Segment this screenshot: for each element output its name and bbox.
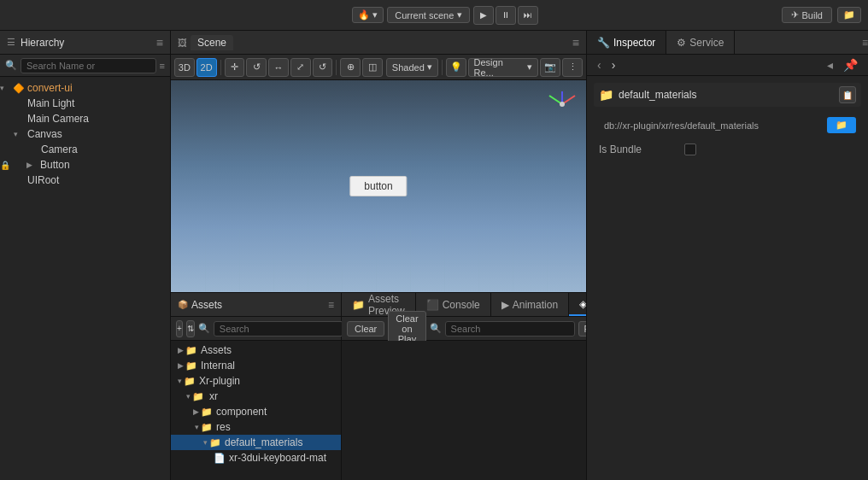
pause-button[interactable]: ⏸: [496, 6, 516, 25]
scene-tab-label: Scene: [197, 37, 226, 49]
folder-copy-btn[interactable]: 📋: [839, 86, 856, 103]
tree-item-button[interactable]: 🔒 ▶ Button: [0, 157, 170, 173]
tree-item-convert-ui[interactable]: ▾ 🔶 convert-ui: [0, 80, 170, 96]
tree-item-main-camera[interactable]: Main Camera: [0, 111, 170, 126]
shaded-label: Shaded: [392, 62, 425, 73]
tab-animation[interactable]: ▶ Animation: [491, 293, 569, 316]
asset-item-xr[interactable]: ▾ 📁 xr: [171, 389, 341, 404]
svg-rect-4: [171, 229, 586, 292]
rect-btn[interactable]: ⤢: [290, 58, 311, 77]
asset-item-assets[interactable]: ▶ 📁 Assets: [171, 342, 341, 358]
right-panel-menu[interactable]: ≡: [862, 37, 868, 49]
rotate-btn[interactable]: ↺: [246, 58, 267, 77]
scene-button-widget: button: [349, 176, 407, 196]
assets-toolbar: + ⇅ 🔍 ≡ ↻: [171, 317, 341, 341]
tree-item-camera[interactable]: Camera: [0, 142, 170, 157]
bottom-tabs-header: 📁 Assets Preview ⬛ Console ▶ Animation: [342, 293, 586, 317]
tab-inspector[interactable]: 🔧 Inspector: [587, 31, 666, 54]
asset-label-default-materials: default_materials: [225, 436, 302, 448]
asset-item-component[interactable]: ▶ 📁 component: [171, 404, 341, 419]
tab-console-icon: ⬛: [426, 299, 439, 311]
tab-animation-graph[interactable]: ◈ Animation Graph: [569, 293, 586, 316]
scale-btn[interactable]: ↔: [268, 58, 289, 77]
inspector-tab-label: Inspector: [613, 37, 655, 49]
tab-assets-preview-icon: 📁: [352, 299, 365, 311]
local-btn[interactable]: ◫: [362, 58, 383, 77]
hierarchy-search-input[interactable]: [21, 58, 156, 73]
fire-button[interactable]: 🔥 ▾: [352, 7, 384, 23]
console-search-icon: 🔍: [430, 323, 442, 334]
tree-item-uiroot[interactable]: UIRoot: [0, 173, 170, 188]
light-btn[interactable]: 💡: [446, 58, 466, 77]
asset-label-assets: Assets: [201, 344, 232, 356]
clear-button[interactable]: Clear: [347, 321, 384, 337]
asset-item-xr-plugin[interactable]: ▾ 📁 Xr-plugin: [171, 373, 341, 389]
folder-entry-actions: 📋: [839, 86, 856, 103]
fire-icon: 🔥: [358, 9, 370, 20]
build-label: Build: [802, 10, 823, 20]
nav-expand-btn[interactable]: 📌: [840, 58, 861, 72]
assets-search-input[interactable]: [214, 321, 343, 337]
folder-icon-res: 📁: [201, 422, 213, 433]
design-re-dropdown[interactable]: Design Re... ▾: [468, 58, 539, 77]
tab-console[interactable]: ⬛ Console: [416, 293, 491, 316]
current-scene-label: Current scene: [395, 10, 454, 20]
svg-point-3: [560, 102, 565, 107]
asset-item-keyboard-mat[interactable]: 📄 xr-3dui-keyboard-mat: [171, 450, 341, 465]
move-btn[interactable]: ✛: [225, 58, 245, 77]
multi-btn[interactable]: ↺: [313, 58, 333, 77]
extra-btn[interactable]: ⋮: [562, 58, 583, 77]
regex-dropdown[interactable]: Regex: [578, 321, 586, 337]
play-button[interactable]: ▶: [473, 6, 494, 25]
gizmo-svg: [545, 87, 579, 121]
assets-add-btn[interactable]: +: [176, 320, 183, 337]
tree-label-camera: Camera: [41, 143, 78, 155]
build-icon: ✈: [791, 9, 799, 20]
folder-icon-internal: 📁: [185, 360, 197, 372]
scene-viewport[interactable]: button: [171, 80, 586, 292]
right-tabs: 🔧 Inspector ⚙ Service ≡: [587, 31, 868, 55]
inspector-content: 📁 default_materials 📋 db://xr-plugin/xr/…: [587, 76, 868, 480]
current-scene-arrow: ▾: [457, 9, 462, 20]
step-button[interactable]: ⏭: [518, 6, 538, 25]
console-body: [342, 341, 586, 480]
folder-icon-xr: 📁: [192, 391, 204, 402]
assets-menu-btn[interactable]: ≡: [328, 299, 334, 311]
hierarchy-menu-btn[interactable]: ≡: [156, 36, 163, 50]
pivot-btn[interactable]: ⊕: [340, 58, 361, 77]
nav-collapse-btn[interactable]: ◂: [824, 58, 836, 72]
hierarchy-search-icon: 🔍: [5, 60, 17, 71]
scene-button-label: button: [364, 180, 392, 192]
folder-button[interactable]: 📁: [837, 7, 861, 23]
3d-btn[interactable]: 3D: [174, 58, 195, 77]
camera-btn[interactable]: 📷: [540, 58, 560, 77]
asset-label-keyboard-mat: xr-3dui-keyboard-mat: [229, 452, 326, 464]
console-search-input[interactable]: [445, 321, 575, 337]
hierarchy-icon: ☰: [7, 37, 15, 48]
tree-label-uiroot: UIRoot: [27, 174, 59, 186]
assets-sort-btn[interactable]: ⇅: [186, 320, 195, 337]
tree-item-canvas[interactable]: ▾ Canvas: [0, 126, 170, 142]
scene-menu-btn[interactable]: ≡: [572, 36, 579, 50]
is-bundle-checkbox[interactable]: [684, 143, 696, 155]
nav-back-btn[interactable]: ‹: [594, 58, 605, 72]
tree-label-convert-ui: convert-ui: [27, 82, 73, 94]
asset-item-res[interactable]: ▾ 📁 res: [171, 419, 341, 435]
tab-console-label: Console: [443, 299, 480, 311]
nav-forward-btn[interactable]: ›: [608, 58, 619, 72]
hierarchy-search-bar: 🔍 ≡: [0, 55, 170, 77]
tab-service[interactable]: ⚙ Service: [666, 31, 735, 54]
bottom-right: 📁 Assets Preview ⬛ Console ▶ Animation: [342, 293, 586, 480]
asset-item-internal[interactable]: ▶ 📁 Internal: [171, 358, 341, 373]
build-button[interactable]: ✈ Build: [782, 7, 832, 23]
is-bundle-field: Is Bundle: [594, 140, 861, 159]
current-scene-dropdown[interactable]: Current scene ▾: [387, 7, 470, 23]
scene-tab[interactable]: Scene: [191, 35, 233, 50]
shaded-dropdown[interactable]: Shaded ▾: [386, 58, 438, 77]
open-path-btn[interactable]: 📁: [827, 117, 856, 133]
bottom-left: 📦 Assets ≡ + ⇅ 🔍 ≡ ↻: [171, 293, 342, 480]
tree-label-main-camera: Main Camera: [27, 113, 89, 125]
asset-item-default-materials[interactable]: ▾ 📁 default_materials: [171, 435, 341, 450]
2d-btn[interactable]: 2D: [196, 58, 217, 77]
tree-item-main-light[interactable]: Main Light: [0, 96, 170, 111]
